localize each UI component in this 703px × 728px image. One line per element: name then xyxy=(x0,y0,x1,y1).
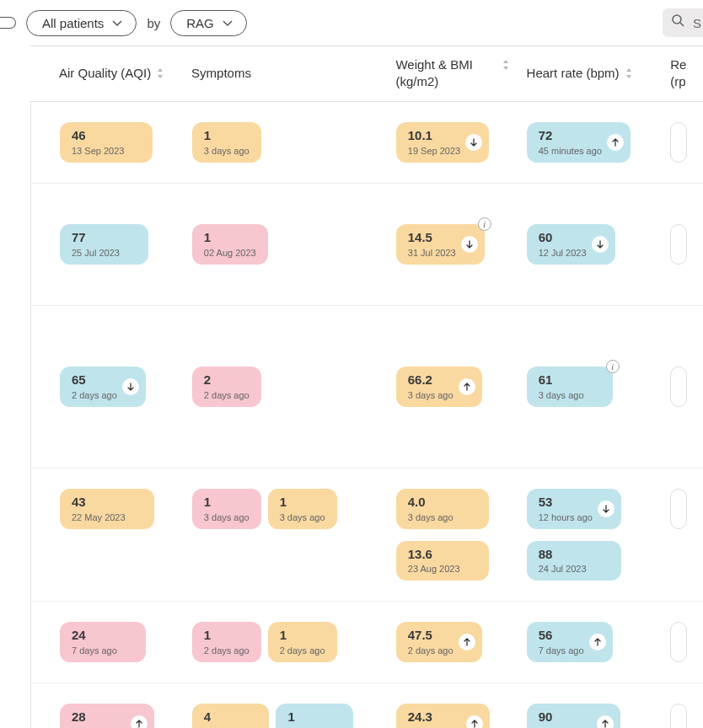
chip-value: 1 xyxy=(204,629,250,643)
column-header-symptoms[interactable]: Symptoms xyxy=(191,65,395,82)
metric-chip[interactable]: 12 days ago xyxy=(268,622,337,662)
table-header: Air Quality (AQI) Symptoms Weight & BMI … xyxy=(30,46,703,102)
column-header-aqi[interactable]: Air Quality (AQI) xyxy=(59,65,191,82)
chip-subtext: 02 Aug 2023 xyxy=(204,248,256,258)
sort-icon xyxy=(625,67,633,79)
chip-subtext: 31 Jul 2023 xyxy=(408,248,456,258)
metric-chip-partial[interactable] xyxy=(670,367,687,407)
column-header-weight[interactable]: Weight & BMI (kg/m2) xyxy=(395,56,526,89)
metric-chip[interactable]: 24.324 May 2023 xyxy=(396,704,491,728)
chip-subtext: 24 Jul 2023 xyxy=(539,564,593,574)
metric-chip[interactable]: 613 days agoi xyxy=(527,367,613,407)
trend-up-icon xyxy=(597,715,614,728)
filter-bar: All patients by RAG S xyxy=(0,0,703,46)
chip-value: 28 xyxy=(72,710,126,725)
metric-chip[interactable]: 8824 Jul 2023 xyxy=(527,541,621,581)
table-row: 2825 May 2023425 May 2023125 May 202324.… xyxy=(31,683,703,728)
trend-up-icon xyxy=(459,378,475,395)
chip-subtext: 19 Sep 2023 xyxy=(408,146,460,156)
chip-value: 13.6 xyxy=(408,548,460,562)
chip-subtext: 3 days ago xyxy=(539,390,584,400)
chip-subtext: 2 days ago xyxy=(204,645,250,656)
metric-chip[interactable]: 47.52 days ago xyxy=(396,622,482,662)
chip-value: 61 xyxy=(539,373,584,388)
column-header-heartrate[interactable]: Heart rate (bpm) xyxy=(527,65,671,82)
chip-value: 60 xyxy=(539,231,587,245)
metric-chip[interactable]: 567 days ago xyxy=(527,622,613,662)
chip-subtext: 3 days ago xyxy=(204,512,250,522)
info-icon[interactable]: i xyxy=(606,360,620,373)
column-header-re[interactable]: Re(rp xyxy=(670,56,703,89)
metric-chip[interactable]: 14.531 Jul 2023i xyxy=(396,224,485,265)
chip-subtext: 13 Sep 2023 xyxy=(72,146,124,156)
chip-value: 14.5 xyxy=(408,231,456,245)
sort-icon xyxy=(502,59,510,71)
metric-chip[interactable]: 7725 Jul 2023 xyxy=(60,224,148,265)
chip-value: 2 xyxy=(204,373,250,388)
chip-subtext: 3 days ago xyxy=(408,512,460,522)
metric-chip[interactable]: 4613 Sep 2023 xyxy=(60,122,153,163)
info-icon[interactable]: i xyxy=(478,217,491,231)
metric-chip[interactable]: 12 days ago xyxy=(192,622,261,662)
chip-value: 53 xyxy=(539,495,593,510)
metric-chip[interactable]: 9025 May 2023 xyxy=(527,704,621,728)
by-label: by xyxy=(147,16,160,30)
filter-pill-partial[interactable] xyxy=(0,17,16,29)
chip-subtext: 3 days ago xyxy=(204,146,250,156)
chip-value: 46 xyxy=(72,129,124,143)
chip-value: 10.1 xyxy=(408,129,460,143)
chip-value: 66.2 xyxy=(408,373,453,388)
metric-chip-partial[interactable] xyxy=(670,489,687,529)
chip-subtext: 2 days ago xyxy=(72,390,117,400)
metric-chip[interactable]: 22 days ago xyxy=(192,367,261,407)
chevron-down-icon xyxy=(112,19,121,27)
chip-value: 24 xyxy=(72,629,117,643)
metric-chip[interactable]: 4.03 days ago xyxy=(396,489,489,529)
trend-up-icon xyxy=(607,134,624,151)
search-box[interactable]: S xyxy=(663,8,703,37)
metric-chip-partial[interactable] xyxy=(670,704,687,728)
chip-subtext: 3 days ago xyxy=(280,512,325,522)
trend-down-icon xyxy=(461,236,478,253)
metric-chip[interactable]: 13 days ago xyxy=(192,489,261,529)
metric-chip[interactable]: 247 days ago xyxy=(60,622,146,662)
trend-up-icon xyxy=(589,634,606,650)
metric-chip[interactable]: 6012 Jul 2023 xyxy=(527,224,615,265)
metric-chip[interactable]: 13 days ago xyxy=(192,122,261,163)
metric-chip[interactable]: 102 Aug 2023 xyxy=(192,224,268,265)
chip-subtext: 23 Aug 2023 xyxy=(408,564,460,574)
trend-down-icon xyxy=(465,134,482,151)
patients-filter[interactable]: All patients xyxy=(26,10,137,36)
metric-chip[interactable]: 2825 May 2023 xyxy=(60,704,154,728)
metric-chip[interactable]: 13 days ago xyxy=(268,489,337,529)
rag-filter[interactable]: RAG xyxy=(170,10,247,36)
metric-chip[interactable]: 10.119 Sep 2023 xyxy=(396,122,489,163)
metric-chip-partial[interactable] xyxy=(670,224,687,265)
chip-value: 1 xyxy=(204,129,250,143)
search-icon xyxy=(671,13,686,32)
chip-value: 56 xyxy=(539,629,584,643)
chip-value: 4.0 xyxy=(408,495,460,510)
metric-chip[interactable]: 425 May 2023 xyxy=(192,704,270,728)
metric-chip[interactable]: 7245 minutes ago xyxy=(527,122,631,163)
trend-down-icon xyxy=(598,500,614,517)
metric-chip[interactable]: 66.23 days ago xyxy=(396,367,482,407)
chip-subtext: 7 days ago xyxy=(539,645,584,656)
chip-value: 1 xyxy=(204,495,250,510)
metric-chip[interactable]: 4322 May 2023 xyxy=(60,489,154,529)
metric-chip[interactable]: 13.623 Aug 2023 xyxy=(396,541,489,581)
search-placeholder: S xyxy=(693,16,701,30)
chip-subtext: 25 Jul 2023 xyxy=(72,248,120,258)
metric-chip-partial[interactable] xyxy=(670,122,687,163)
chip-value: 72 xyxy=(539,129,602,143)
chip-subtext: 22 May 2023 xyxy=(72,512,126,522)
metric-chip[interactable]: 5312 hours ago xyxy=(527,489,621,529)
table-row: 7725 Jul 2023102 Aug 202314.531 Jul 2023… xyxy=(31,184,703,306)
metric-chip-partial[interactable] xyxy=(670,622,687,662)
chevron-down-icon xyxy=(223,19,231,27)
chip-value: 88 xyxy=(539,548,593,562)
chip-subtext: 12 hours ago xyxy=(539,512,593,522)
metric-chip[interactable]: 125 May 2023 xyxy=(276,704,353,728)
metric-chip[interactable]: 652 days ago xyxy=(60,367,146,407)
trend-up-icon xyxy=(459,634,475,650)
